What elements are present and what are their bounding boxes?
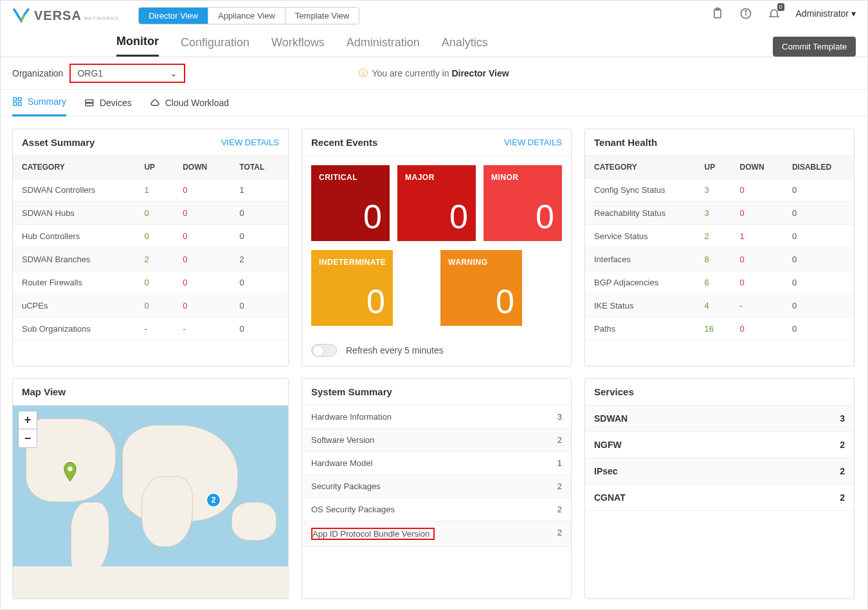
system-row[interactable]: Hardware Model1 — [302, 452, 571, 475]
table-row[interactable]: Hub Controllers000 — [13, 225, 288, 248]
server-icon — [84, 98, 95, 108]
card-recent-events: Recent Events VIEW DETAILS CRITICAL0MAJO… — [302, 129, 572, 366]
service-row[interactable]: SDWAN3 — [585, 406, 854, 432]
logo-icon — [12, 6, 30, 26]
tab-monitor[interactable]: Monitor — [116, 35, 159, 57]
org-label: Organization — [12, 68, 63, 78]
info-icon[interactable] — [739, 7, 752, 20]
grid-icon — [12, 96, 23, 107]
service-row[interactable]: CGNAT2 — [585, 485, 854, 511]
event-tile-indeterminate[interactable]: INDETERMINATE0 — [311, 250, 393, 326]
card-title: Asset Summary — [22, 137, 95, 148]
director-view-notice: ⓘ You are currently in Director View — [359, 67, 509, 79]
table-row[interactable]: SDWAN Hubs000 — [13, 202, 288, 225]
card-title: Services — [594, 386, 634, 397]
map-canvas[interactable]: + − 2 — [13, 406, 288, 598]
card-title: System Summary — [311, 386, 392, 397]
subtab-cloud-workload[interactable]: Cloud Workload — [150, 98, 229, 116]
view-details-link[interactable]: VIEW DETAILS — [504, 138, 562, 147]
tenant-table: CATEGORY UP DOWN DISABLED Config Sync St… — [585, 156, 854, 341]
zoom-in-button[interactable]: + — [19, 411, 37, 429]
table-row[interactable]: Service Status210 — [585, 225, 854, 248]
service-row[interactable]: IPsec2 — [585, 458, 854, 485]
table-row[interactable]: Router Firewalls000 — [13, 271, 288, 294]
svg-rect-5 — [14, 98, 17, 101]
tab-administration[interactable]: Administration — [347, 36, 420, 56]
table-row[interactable]: BGP Adjacencies600 — [585, 271, 854, 294]
org-select-value: ORG1 — [77, 68, 103, 78]
subtab-devices[interactable]: Devices — [84, 98, 132, 116]
clipboard-icon[interactable] — [711, 7, 724, 20]
system-row[interactable]: OS Security Packages2 — [302, 498, 571, 521]
table-row[interactable]: Sub Organizations--0 — [13, 318, 288, 341]
view-tab-director[interactable]: Director View — [139, 8, 208, 24]
card-services: Services SDWAN3NGFW2IPsec2CGNAT2 — [584, 378, 854, 599]
svg-point-4 — [745, 10, 746, 12]
tab-workflows[interactable]: Workflows — [271, 36, 325, 56]
logo-subtext: NETWORKS — [84, 15, 119, 21]
card-title: Map View — [22, 386, 66, 397]
svg-point-11 — [68, 467, 72, 471]
refresh-label: Refresh every 5 minutes — [346, 345, 444, 355]
view-details-link[interactable]: VIEW DETAILS — [221, 138, 279, 147]
map-marker-icon[interactable] — [63, 462, 77, 483]
system-row[interactable]: App ID Protocol Bundle Version2 — [302, 521, 571, 547]
logo-text: VERSA — [34, 8, 82, 23]
zoom-out-button[interactable]: − — [19, 429, 37, 447]
map-zoom-control: + − — [18, 411, 37, 448]
cloud-icon — [150, 98, 160, 108]
card-title: Recent Events — [311, 137, 377, 148]
view-tabs: Director View Appliance View Template Vi… — [138, 7, 359, 24]
svg-rect-10 — [86, 103, 93, 105]
logo: VERSA NETWORKS — [12, 6, 119, 26]
map-cluster-marker[interactable]: 2 — [206, 492, 221, 508]
table-row[interactable]: SDWAN Controllers101 — [13, 179, 288, 202]
chevron-down-icon: ⌄ — [170, 68, 177, 78]
bell-icon[interactable]: 0 — [768, 7, 781, 20]
tab-configuration[interactable]: Configuration — [181, 36, 249, 56]
highlighted-label: App ID Protocol Bundle Version — [311, 528, 435, 540]
system-row[interactable]: Security Packages2 — [302, 475, 571, 498]
asset-table: CATEGORY UP DOWN TOTAL SDWAN Controllers… — [13, 156, 288, 341]
event-tile-minor[interactable]: MINOR0 — [484, 165, 562, 241]
card-title: Tenant Health — [594, 137, 657, 148]
card-map-view: Map View + − 2 — [12, 378, 289, 599]
svg-rect-7 — [14, 102, 17, 105]
table-row[interactable]: uCPEs000 — [13, 294, 288, 318]
svg-rect-6 — [18, 98, 21, 101]
svg-rect-8 — [18, 102, 21, 105]
caret-down-icon: ▾ — [851, 8, 856, 19]
card-tenant-health: Tenant Health CATEGORY UP DOWN DISABLED … — [584, 129, 854, 366]
event-tile-warning[interactable]: WARNING0 — [440, 250, 522, 326]
table-row[interactable]: Paths1600 — [585, 318, 854, 341]
system-row[interactable]: Software Version2 — [302, 429, 571, 452]
service-row[interactable]: NGFW2 — [585, 432, 854, 458]
card-system-summary: System Summary Hardware Information3Soft… — [302, 378, 572, 599]
table-row[interactable]: IKE Status4-0 — [585, 294, 854, 318]
event-tile-major[interactable]: MAJOR0 — [397, 165, 476, 241]
org-select[interactable]: ORG1 ⌄ — [69, 64, 185, 83]
table-row[interactable]: Interfaces800 — [585, 248, 854, 271]
commit-template-button[interactable]: Commit Template — [773, 37, 856, 57]
svg-rect-9 — [86, 100, 93, 102]
refresh-toggle[interactable] — [311, 344, 337, 357]
card-asset-summary: Asset Summary VIEW DETAILS CATEGORY UP D… — [12, 129, 289, 366]
system-row[interactable]: Hardware Information3 — [302, 406, 571, 429]
table-row[interactable]: Reachability Status300 — [585, 202, 854, 225]
subtab-summary[interactable]: Summary — [12, 96, 66, 116]
table-row[interactable]: SDWAN Branches202 — [13, 248, 288, 271]
user-menu[interactable]: Administrator▾ — [796, 8, 856, 19]
event-tile-critical[interactable]: CRITICAL0 — [311, 165, 390, 241]
tab-analytics[interactable]: Analytics — [442, 36, 488, 56]
view-tab-template[interactable]: Template View — [285, 8, 359, 24]
bell-badge: 0 — [777, 3, 784, 11]
table-row[interactable]: Config Sync Status300 — [585, 179, 854, 202]
info-small-icon: ⓘ — [359, 67, 368, 79]
view-tab-appliance[interactable]: Appliance View — [208, 8, 285, 24]
